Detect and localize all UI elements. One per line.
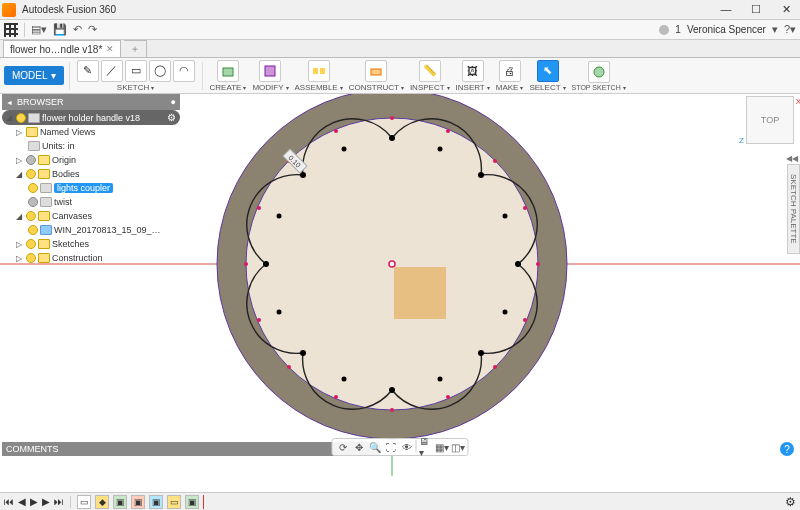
look-icon[interactable]: 👁 bbox=[400, 440, 414, 454]
sketch-palette-tab[interactable]: SKETCH PALETTE bbox=[787, 164, 800, 254]
visibility-icon[interactable] bbox=[28, 197, 38, 207]
visibility-icon[interactable] bbox=[26, 211, 36, 221]
visibility-icon[interactable] bbox=[28, 183, 38, 193]
insert-icon[interactable]: 🖼 bbox=[462, 60, 484, 82]
data-panel-icon[interactable] bbox=[4, 23, 18, 37]
tree-sketches[interactable]: ▷Sketches bbox=[2, 237, 180, 251]
fit-icon[interactable]: ⛶ bbox=[384, 440, 398, 454]
tree-origin[interactable]: ▷Origin bbox=[2, 153, 180, 167]
tree-construction[interactable]: ▷Construction bbox=[2, 251, 180, 265]
expand-icon[interactable]: ◢ bbox=[6, 113, 14, 122]
timeline-feature[interactable]: ▣ bbox=[185, 495, 199, 509]
stop-sketch-icon[interactable] bbox=[588, 61, 610, 83]
tree-canvas-item[interactable]: WIN_20170813_15_09_39_Pro bbox=[2, 223, 180, 237]
zoom-icon[interactable]: 🔍 bbox=[368, 440, 382, 454]
timeline-settings-icon[interactable]: ⚙ bbox=[785, 495, 796, 509]
timeline-feature[interactable]: ▭ bbox=[167, 495, 181, 509]
svg-point-35 bbox=[523, 206, 527, 210]
timeline-feature[interactable]: ◆ bbox=[95, 495, 109, 509]
circle-icon[interactable]: ◯ bbox=[149, 60, 171, 82]
timeline-feature[interactable]: ▣ bbox=[131, 495, 145, 509]
axis-x-label: X bbox=[796, 97, 800, 106]
ribbon-label-make[interactable]: MAKE bbox=[496, 83, 524, 92]
svg-point-24 bbox=[277, 214, 282, 219]
tree-root-label: flower holder handle v18 bbox=[42, 113, 140, 123]
visibility-icon[interactable] bbox=[26, 239, 36, 249]
undo-icon[interactable]: ↶ bbox=[73, 23, 82, 36]
ribbon-label-create[interactable]: CREATE bbox=[210, 83, 247, 92]
new-tab-button[interactable]: ＋ bbox=[124, 40, 147, 57]
rectangle-icon[interactable]: ▭ bbox=[125, 60, 147, 82]
help-button[interactable]: ? bbox=[780, 442, 794, 456]
visibility-icon[interactable] bbox=[26, 155, 36, 165]
pin-icon[interactable]: ● bbox=[171, 97, 176, 107]
visibility-icon[interactable] bbox=[28, 225, 38, 235]
timeline-feature[interactable]: ▣ bbox=[113, 495, 127, 509]
tree-canvases[interactable]: ◢Canvases bbox=[2, 209, 180, 223]
select-icon[interactable]: ⬉ bbox=[537, 60, 559, 82]
visibility-icon[interactable] bbox=[26, 169, 36, 179]
make-icon[interactable]: 🖨 bbox=[499, 60, 521, 82]
ribbon-label-stop[interactable]: STOP SKETCH bbox=[572, 84, 626, 91]
timeline-play-icon[interactable]: ▶ bbox=[30, 496, 38, 507]
timeline-next-icon[interactable]: ▶ bbox=[42, 496, 50, 507]
user-name[interactable]: Veronica Spencer bbox=[687, 24, 766, 35]
visibility-icon[interactable] bbox=[26, 253, 36, 263]
tree-body-lights-coupler[interactable]: lights coupler bbox=[2, 181, 180, 195]
ribbon-label-assemble[interactable]: ASSEMBLE bbox=[295, 83, 343, 92]
timeline-last-icon[interactable]: ⏭ bbox=[54, 496, 64, 507]
close-tab-icon[interactable]: ✕ bbox=[106, 44, 114, 54]
tree-bodies[interactable]: ◢Bodies bbox=[2, 167, 180, 181]
file-menu-icon[interactable]: ▤▾ bbox=[31, 23, 47, 36]
measure-icon[interactable]: 📏 bbox=[419, 60, 441, 82]
tree-body-twist[interactable]: twist bbox=[2, 195, 180, 209]
timeline-marker[interactable] bbox=[203, 495, 204, 509]
svg-point-40 bbox=[257, 206, 261, 210]
line-icon[interactable]: ／ bbox=[101, 60, 123, 82]
visibility-icon[interactable] bbox=[16, 113, 26, 123]
help-icon[interactable]: ?▾ bbox=[784, 23, 796, 36]
timeline-feature[interactable]: ▭ bbox=[77, 495, 91, 509]
timeline-bar: ⏮ ◀ ▶ ▶ ⏭ ▭ ◆ ▣ ▣ ▣ ▭ ▣ ⚙ bbox=[0, 492, 800, 510]
ribbon-label-construct[interactable]: CONSTRUCT bbox=[349, 83, 404, 92]
ribbon-label-inspect[interactable]: INSPECT bbox=[410, 83, 450, 92]
tree-units[interactable]: Units: in bbox=[2, 139, 180, 153]
display-settings-icon[interactable]: 🖥▾ bbox=[419, 440, 433, 454]
timeline-first-icon[interactable]: ⏮ bbox=[4, 496, 14, 507]
orbit-icon[interactable]: ⟳ bbox=[336, 440, 350, 454]
arc-icon[interactable]: ◠ bbox=[173, 60, 195, 82]
workspace: 0.10 BROWSER ● ◢ flower holder handle v1… bbox=[0, 94, 800, 476]
user-menu-chevron-icon[interactable]: ▾ bbox=[772, 23, 778, 36]
window-minimize-button[interactable]: — bbox=[714, 3, 738, 16]
svg-point-37 bbox=[446, 395, 450, 399]
view-cube[interactable]: TOP X Z bbox=[746, 96, 794, 144]
create-sketch-icon[interactable]: ✎ bbox=[77, 60, 99, 82]
window-maximize-button[interactable]: ☐ bbox=[744, 3, 768, 16]
timeline-feature[interactable]: ▣ bbox=[149, 495, 163, 509]
extrude-icon[interactable] bbox=[217, 60, 239, 82]
workspace-switcher[interactable]: MODEL▾ bbox=[4, 66, 64, 85]
viewports-icon[interactable]: ◫▾ bbox=[451, 440, 465, 454]
comments-bar[interactable]: COMMENTS ⤢ bbox=[2, 442, 380, 456]
gear-icon[interactable]: ⚙ bbox=[167, 112, 176, 123]
save-icon[interactable]: 💾 bbox=[53, 23, 67, 36]
ribbon-label-select[interactable]: SELECT bbox=[529, 83, 565, 92]
ribbon-label-modify[interactable]: MODIFY bbox=[252, 83, 288, 92]
plane-icon[interactable] bbox=[365, 60, 387, 82]
window-close-button[interactable]: ✕ bbox=[774, 3, 798, 16]
browser-header[interactable]: BROWSER ● bbox=[2, 94, 180, 110]
file-tab-active[interactable]: flower ho…ndle v18* ✕ bbox=[3, 40, 121, 57]
redo-icon[interactable]: ↷ bbox=[88, 23, 97, 36]
fillet-icon[interactable] bbox=[259, 60, 281, 82]
ribbon-group-modify: MODIFY bbox=[252, 60, 288, 92]
ribbon-label-insert[interactable]: INSERT bbox=[456, 83, 490, 92]
grid-settings-icon[interactable]: ▦▾ bbox=[435, 440, 449, 454]
joint-icon[interactable] bbox=[308, 60, 330, 82]
pan-icon[interactable]: ✥ bbox=[352, 440, 366, 454]
tree-named-views[interactable]: ▷Named Views bbox=[2, 125, 180, 139]
tree-root[interactable]: ◢ flower holder handle v18 ⚙ bbox=[2, 110, 180, 125]
job-status-icon[interactable] bbox=[659, 25, 669, 35]
timeline-prev-icon[interactable]: ◀ bbox=[18, 496, 26, 507]
palette-expand-icon[interactable]: ◀◀ bbox=[786, 154, 798, 163]
ribbon-label-sketch[interactable]: SKETCH bbox=[117, 83, 154, 92]
